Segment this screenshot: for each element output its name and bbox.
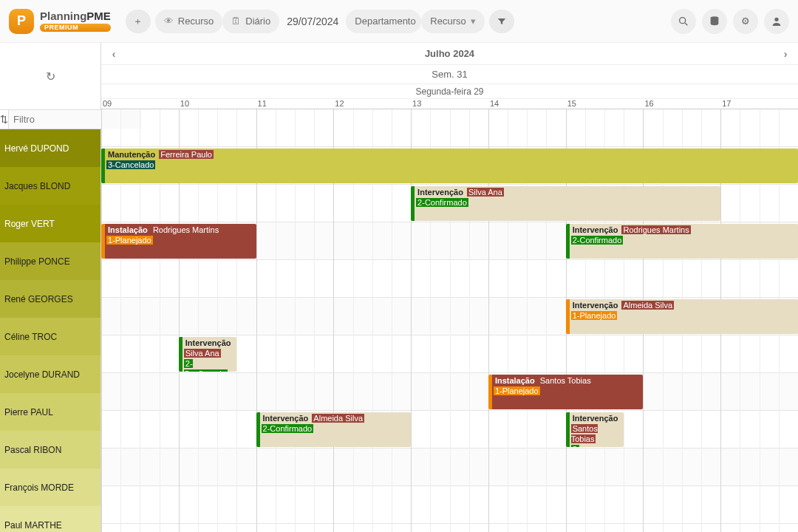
resource-row[interactable]: Philippe PONCE bbox=[0, 242, 100, 280]
svg-point-0 bbox=[680, 17, 686, 23]
schedule-grid: ‹ Julho 2024 › Sem. 31 Segunda-feira 29 … bbox=[101, 43, 798, 532]
resource-label: Recurso bbox=[430, 16, 466, 27]
user-button[interactable] bbox=[764, 9, 789, 34]
svg-line-1 bbox=[685, 23, 687, 25]
event-block[interactable]: Intervenção Almeida Silva2-Confirmado bbox=[256, 412, 412, 447]
month-label: Julho 2024 bbox=[425, 48, 474, 59]
prev-month-button[interactable]: ‹ bbox=[104, 43, 123, 65]
resource-row[interactable]: Pierre PAUL bbox=[0, 393, 100, 431]
sort-button[interactable]: ⇅ bbox=[0, 110, 9, 129]
event-block[interactable]: Intervenção Silva Ana2-Confirmado bbox=[411, 186, 720, 221]
user-icon bbox=[771, 16, 782, 27]
filter-button[interactable] bbox=[489, 10, 514, 33]
event-block[interactable]: Intervenção Almeida Silva1-Planejado bbox=[566, 299, 798, 334]
refresh-button[interactable]: ↻ bbox=[46, 69, 55, 83]
logo-icon: P bbox=[9, 9, 34, 34]
app-title: PlanningPME bbox=[40, 10, 111, 21]
resource-select[interactable]: Recurso ▾ bbox=[421, 10, 484, 33]
view-by-select[interactable]: 👁 Recurso bbox=[155, 10, 222, 33]
resource-row[interactable]: Pascal RIBON bbox=[0, 431, 100, 468]
resource-list: Hervé DUPONDJacques BLONDRoger VERTPhili… bbox=[0, 129, 100, 532]
hour-label: 15 bbox=[567, 99, 576, 108]
premium-badge: PREMIUM bbox=[40, 24, 111, 32]
event-block[interactable]: Intervenção Silva Ana2-Confirmado bbox=[179, 337, 237, 372]
hour-label: 13 bbox=[412, 99, 421, 108]
view-by-label: Recurso bbox=[178, 16, 214, 27]
resource-row[interactable]: Céline TROC bbox=[0, 318, 100, 355]
view-mode-select[interactable]: 🗓 Diário bbox=[222, 10, 279, 33]
hour-label: 16 bbox=[644, 99, 653, 108]
hour-label: 09 bbox=[103, 99, 112, 108]
resource-row[interactable]: Paul MARTHE bbox=[0, 506, 100, 532]
funnel-icon bbox=[497, 16, 507, 27]
event-block[interactable]: Manutenção Ferreira Paulo3-Cancelado bbox=[101, 149, 798, 183]
hours-header: 091011121314151617 bbox=[101, 99, 798, 109]
day-label: Segunda-feira 29 bbox=[415, 86, 483, 97]
next-month-button[interactable]: › bbox=[776, 43, 795, 65]
eye-icon: 👁 bbox=[164, 16, 174, 27]
resource-row[interactable]: Hervé DUPOND bbox=[0, 129, 100, 167]
sidebar: ↻ ⇅ Hervé DUPONDJacques BLONDRoger VERTP… bbox=[0, 43, 101, 532]
resource-row[interactable]: Jocelyne DURAND bbox=[0, 355, 100, 393]
event-block[interactable]: Intervenção Rodrigues Martins2-Confirmad… bbox=[566, 224, 798, 259]
view-mode-label: Diário bbox=[245, 16, 270, 27]
hour-label: 17 bbox=[722, 99, 731, 108]
resource-row[interactable]: Roger VERT bbox=[0, 205, 100, 242]
app-logo: P PlanningPME PREMIUM bbox=[9, 9, 111, 34]
event-block[interactable]: Intervenção Santos Tobias2-Confirmado bbox=[566, 412, 624, 447]
calendar-icon: 🗓 bbox=[231, 16, 241, 27]
resource-row[interactable]: François MORDE bbox=[0, 468, 100, 506]
gear-icon: ⚙ bbox=[741, 16, 750, 27]
add-button[interactable]: ＋ bbox=[126, 10, 151, 33]
hour-label: 14 bbox=[490, 99, 499, 108]
search-icon bbox=[678, 16, 689, 27]
data-button[interactable] bbox=[702, 9, 727, 34]
week-label: Sem. 31 bbox=[432, 69, 467, 80]
top-toolbar: P PlanningPME PREMIUM ＋ 👁 Recurso 🗓 Diár… bbox=[0, 0, 798, 43]
svg-point-3 bbox=[774, 17, 778, 21]
hour-label: 12 bbox=[335, 99, 344, 108]
date-picker[interactable]: 29/07/2024 bbox=[287, 16, 338, 27]
hour-label: 11 bbox=[258, 99, 267, 108]
hour-label: 10 bbox=[180, 99, 189, 108]
database-icon bbox=[709, 16, 720, 27]
search-button[interactable] bbox=[671, 9, 696, 34]
department-label: Departamento bbox=[355, 16, 415, 27]
department-select[interactable]: Departamento bbox=[346, 10, 421, 33]
resource-row[interactable]: Jacques BLOND bbox=[0, 167, 100, 205]
resource-row[interactable]: René GEORGES bbox=[0, 280, 100, 318]
event-block[interactable]: Instalação Rodrigues Martins1-Planejado bbox=[101, 224, 256, 259]
chevron-down-icon: ▾ bbox=[471, 16, 476, 27]
settings-button[interactable]: ⚙ bbox=[733, 9, 758, 34]
event-block[interactable]: Instalação Santos Tobias1-Planejado bbox=[488, 375, 644, 409]
